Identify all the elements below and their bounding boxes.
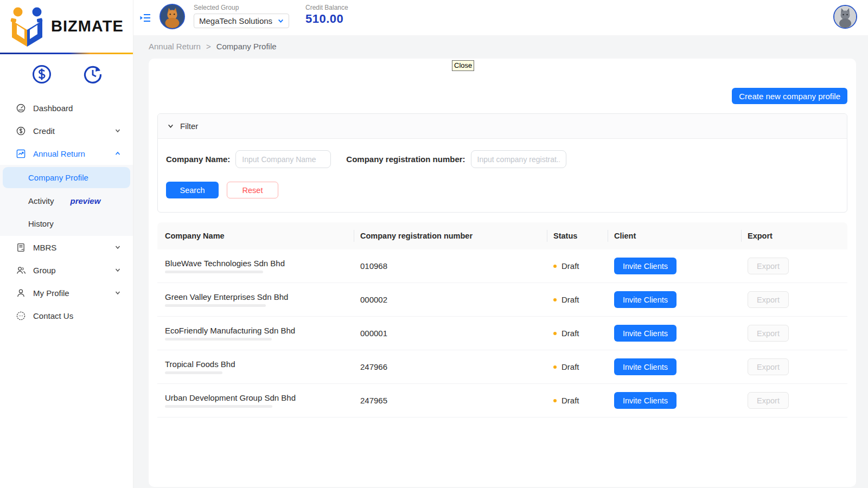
group-select-value: MegaTech Solutions (199, 16, 277, 25)
column-header-reg-number: Company registration number (354, 222, 547, 249)
name-underline (165, 405, 272, 408)
group-people-icon (16, 265, 26, 275)
status-text: Draft (561, 362, 579, 371)
chevron-down-icon (114, 290, 121, 296)
export-button[interactable]: Export (748, 258, 789, 274)
export-button[interactable]: Export (748, 325, 789, 342)
credit-balance-value: 510.00 (305, 12, 348, 26)
sidebar-item-label: MBRS (33, 243, 56, 252)
company-name[interactable]: Green Valley Enterprises Sdn Bhd (165, 292, 288, 301)
chevron-up-icon (114, 150, 121, 157)
collapse-chevron-icon (167, 123, 174, 130)
annual-return-chart-icon (16, 149, 26, 158)
chat-bubble-icon (16, 311, 26, 320)
column-header-export: Export (741, 222, 847, 249)
company-name[interactable]: EcoFriendly Manufacturing Sdn Bhd (165, 326, 295, 335)
sidebar-item-label: My Profile (33, 288, 69, 298)
submenu-item-company-profile[interactable]: Company Profile (3, 167, 130, 188)
status-dot-icon (553, 332, 557, 335)
main-area: Selected Group MegaTech Solutions Credit… (133, 0, 868, 488)
chevron-down-icon (114, 244, 121, 251)
annual-return-submenu: Company Profile Activity preview History (0, 165, 133, 236)
company-profile-card: Close Create new company profile Filter … (149, 59, 856, 487)
column-header-status: Status (547, 222, 608, 249)
filter-title: Filter (180, 121, 198, 131)
credit-dollar-icon[interactable] (31, 64, 52, 85)
export-button[interactable]: Export (748, 392, 789, 409)
status-text: Draft (561, 261, 579, 271)
reg-number-input[interactable] (471, 150, 566, 168)
invite-clients-button[interactable]: Invite Clients (614, 358, 676, 375)
top-header: Selected Group MegaTech Solutions Credit… (133, 0, 868, 35)
invite-clients-button[interactable]: Invite Clients (614, 392, 676, 409)
invite-clients-button[interactable]: Invite Clients (614, 325, 676, 342)
invite-clients-button[interactable]: Invite Clients (614, 258, 676, 274)
sidebar-item-label: Credit (33, 126, 55, 136)
selected-group-label: Selected Group (194, 4, 289, 11)
user-avatar[interactable] (833, 5, 857, 29)
table-row: Green Valley Enterprises Sdn Bhd 000002 … (157, 283, 847, 317)
invite-clients-button[interactable]: Invite Clients (614, 291, 676, 308)
status-text: Draft (561, 329, 579, 338)
reset-button[interactable]: Reset (227, 182, 278, 198)
sidebar: BIZMATE (0, 0, 133, 488)
group-select[interactable]: MegaTech Solutions (194, 14, 289, 28)
sidebar-item-credit[interactable]: Credit (0, 119, 133, 142)
chevron-down-icon (277, 17, 284, 24)
menu-fold-icon[interactable] (140, 13, 151, 23)
status-dot-icon (553, 399, 557, 402)
name-underline (165, 338, 272, 341)
table-body: BlueWave Technologies Sdn Bhd 010968 Dra… (157, 249, 847, 418)
status-dot-icon (553, 298, 557, 301)
name-underline (165, 304, 266, 307)
sidebar-item-my-profile[interactable]: My Profile (0, 281, 133, 304)
breadcrumb-item[interactable]: Annual Return (149, 42, 201, 51)
sidebar-item-mbrs[interactable]: MBRS (0, 236, 133, 259)
filter-header[interactable]: Filter (158, 114, 847, 139)
sidebar-item-contact-us[interactable]: Contact Us (0, 304, 133, 327)
chevron-down-icon (114, 267, 121, 273)
submenu-item-history[interactable]: History (0, 212, 133, 235)
search-button[interactable]: Search (166, 182, 219, 198)
company-reg: 010968 (354, 261, 547, 271)
chevron-down-icon (114, 127, 121, 134)
company-reg: 000001 (354, 329, 547, 338)
submenu-item-label: History (28, 219, 54, 228)
export-button[interactable]: Export (748, 358, 789, 375)
submenu-item-label: Company Profile (28, 173, 88, 182)
sidebar-item-label: Annual Return (33, 149, 85, 158)
company-name[interactable]: Urban Development Group Sdn Bhd (165, 393, 296, 402)
company-reg: 000002 (354, 295, 547, 304)
breadcrumb-item-current: Company Profile (216, 42, 277, 51)
dashboard-icon (16, 103, 26, 113)
company-name[interactable]: BlueWave Technologies Sdn Bhd (165, 259, 285, 268)
column-header-company-name: Company Name (157, 222, 354, 249)
name-underline (165, 271, 263, 273)
sidebar-item-label: Contact Us (33, 311, 73, 320)
reg-number-label: Company registration number: (346, 155, 465, 164)
credit-balance-label: Credit Balance (305, 4, 348, 11)
sidebar-item-label: Dashboard (33, 104, 73, 113)
table-header: Company Name Company registration number… (157, 222, 847, 249)
company-name[interactable]: Tropical Foods Bhd (165, 359, 235, 369)
submenu-item-activity[interactable]: Activity preview (0, 189, 133, 212)
company-name-input[interactable] (235, 150, 331, 168)
history-clock-icon[interactable] (82, 64, 103, 85)
company-table: Company Name Company registration number… (157, 222, 847, 418)
person-icon (16, 288, 26, 298)
column-header-client: Client (608, 222, 741, 249)
breadcrumb: Annual Return > Company Profile (149, 42, 856, 51)
export-button[interactable]: Export (748, 291, 789, 308)
company-name-label: Company Name: (166, 155, 230, 164)
table-row: Urban Development Group Sdn Bhd 247965 D… (157, 384, 847, 418)
brand-logo[interactable]: BIZMATE (0, 0, 133, 53)
sidebar-item-group[interactable]: Group (0, 259, 133, 281)
sidebar-item-dashboard[interactable]: Dashboard (0, 97, 133, 119)
filter-panel: Filter Company Name: Company registratio… (157, 113, 847, 213)
sidebar-item-annual-return[interactable]: Annual Return (0, 142, 133, 165)
table-row: Tropical Foods Bhd 247966 Draft Invite C… (157, 350, 847, 384)
create-company-profile-button[interactable]: Create new company profile (732, 88, 847, 104)
group-avatar[interactable] (159, 4, 185, 29)
mbrs-document-icon (16, 242, 26, 252)
table-row: BlueWave Technologies Sdn Bhd 010968 Dra… (157, 249, 847, 283)
